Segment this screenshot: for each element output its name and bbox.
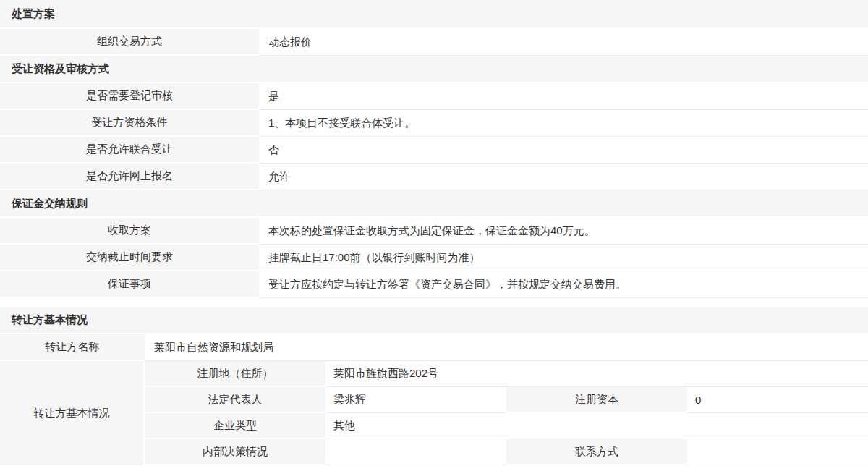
field-value: 否 [259,137,868,164]
table-disposal-info: 处置方案 组织交易方式 动态报价 受让资格及审核方式 是否需要登记审核 是 受让… [0,0,868,298]
transferor-detail-group: 转让方基本情况 注册地（住所） 莱阳市旌旗西路202号 法定代表人 梁兆辉 注册… [0,361,868,465]
field-value: 是 [259,83,868,110]
field-value: 0 [687,387,868,413]
field-label: 联系方式 [506,439,687,465]
field-label: 是否允许网上报名 [0,164,259,190]
field-label: 注册资本 [506,387,687,413]
field-label: 收取方案 [0,218,259,245]
row-transferee-conditions: 受让方资格条件 1、本项目不接受联合体受让。 [0,110,868,137]
field-label: 法定代表人 [145,387,326,413]
group-rowspan-label: 转让方基本情况 [0,361,145,465]
field-label: 受让方资格条件 [0,110,259,137]
row-legal-rep-and-capital: 法定代表人 梁兆辉 注册资本 0 [145,387,868,413]
field-value: 1、本项目不接受联合体受让。 [259,110,868,137]
field-value: 本次标的处置保证金收取方式为固定保证金，保证金金额为40万元。 [259,218,868,245]
row-registration-review: 是否需要登记审核 是 [0,83,868,110]
field-value: 受让方应按约定与转让方签署《资产交易合同》，并按规定交纳交易费用。 [259,271,868,298]
table-transferor-info: 转让方基本情况 转让方名称 莱阳市自然资源和规划局 转让方基本情况 注册地（住所… [0,307,868,465]
field-label: 转让方名称 [0,334,145,361]
row-allow-joint-transfer: 是否允许联合受让 否 [0,137,868,164]
field-value [687,439,868,465]
field-label: 组织交易方式 [0,29,259,56]
field-label: 内部决策情况 [145,439,326,465]
row-payment-deadline: 交纳截止时间要求 挂牌截止日17:00前（以银行到账时间为准） [0,245,868,271]
row-allow-online-signup: 是否允许网上报名 允许 [0,164,868,190]
field-label: 是否允许联合受让 [0,137,259,164]
group-rows: 注册地（住所） 莱阳市旌旗西路202号 法定代表人 梁兆辉 注册资本 0 企业类… [145,361,868,465]
field-label: 交纳截止时间要求 [0,245,259,271]
field-label: 企业类型 [145,413,326,439]
asset-listing-detail-page: 处置方案 组织交易方式 动态报价 受让资格及审核方式 是否需要登记审核 是 受让… [0,0,868,466]
row-guarantee-matters: 保证事项 受让方应按约定与转让方签署《资产交易合同》，并按规定交纳交易费用。 [0,271,868,298]
field-value: 莱阳市自然资源和规划局 [145,334,868,361]
section-header-transferee-qualification: 受让资格及审核方式 [0,56,868,83]
row-enterprise-type: 企业类型 其他 [145,413,868,439]
row-decision-and-contact: 内部决策情况 联系方式 [145,439,868,465]
field-value: 梁兆辉 [326,387,506,413]
field-label: 保证事项 [0,271,259,298]
section-header-deposit-rules: 保证金交纳规则 [0,190,868,218]
field-label: 是否需要登记审核 [0,83,259,110]
field-value: 允许 [259,164,868,190]
field-value: 动态报价 [259,29,868,56]
row-transferor-name: 转让方名称 莱阳市自然资源和规划局 [0,334,868,361]
section-header-transferor-basic-info: 转让方基本情况 [0,307,868,334]
field-value [326,439,506,465]
row-organize-trade-method: 组织交易方式 动态报价 [0,29,868,56]
section-header-disposal-plan: 处置方案 [0,0,868,29]
row-collection-plan: 收取方案 本次标的处置保证金收取方式为固定保证金，保证金金额为40万元。 [0,218,868,245]
table-gap [0,298,868,307]
field-value: 莱阳市旌旗西路202号 [326,361,868,387]
field-value: 挂牌截止日17:00前（以银行到账时间为准） [259,245,868,271]
row-registered-address: 注册地（住所） 莱阳市旌旗西路202号 [145,361,868,387]
field-value: 其他 [326,413,868,439]
field-label: 注册地（住所） [145,361,326,387]
